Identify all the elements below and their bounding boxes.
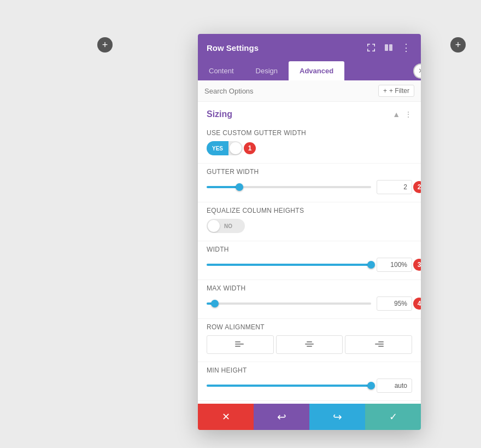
gutter-slider-thumb[interactable] (236, 183, 243, 191)
width-slider-fill (207, 264, 371, 266)
redo-icon: ↪ (333, 410, 342, 423)
svg-rect-18 (378, 346, 384, 347)
badge-1: 1 (244, 142, 256, 154)
save-icon: ✓ (389, 411, 397, 423)
svg-rect-3 (374, 44, 376, 46)
max-width-slider-thumb[interactable] (211, 300, 219, 307)
alignment-buttons (207, 335, 412, 354)
badge-2: 2 (413, 181, 421, 193)
filter-icon: + (383, 87, 387, 95)
label-equalize-heights: Equalize Column Heights (207, 207, 412, 214)
panel-title: Row Settings (207, 43, 259, 53)
toggle-no-label: NO (221, 219, 236, 233)
setting-gutter-width: Gutter Width 2 (198, 164, 421, 202)
max-width-slider-row: 4 (207, 296, 412, 311)
tab-design[interactable]: Design (245, 61, 289, 80)
tabs-wrapper: Content Design Advanced ✕ (198, 61, 421, 80)
align-left-button[interactable] (207, 335, 274, 354)
section-actions: ▲ ⋮ (392, 110, 412, 119)
header-icons: ⋮ (365, 42, 412, 54)
more-options-icon[interactable]: ⋮ (400, 42, 412, 54)
min-height-slider-row (207, 379, 412, 393)
badge-4: 4 (413, 298, 421, 310)
svg-rect-8 (385, 44, 388, 51)
svg-rect-17 (375, 344, 384, 345)
width-slider-row: 3 (207, 258, 412, 272)
svg-rect-16 (378, 341, 384, 342)
svg-rect-11 (235, 344, 244, 345)
settings-content: Sizing ▲ ⋮ Use Custom Gutter Width YES 1 (198, 102, 421, 430)
setting-max-width: Max Width 4 (198, 280, 421, 319)
min-height-slider-fill (207, 385, 371, 387)
min-height-slider-thumb[interactable] (367, 382, 375, 389)
redo-button[interactable]: ↪ (309, 404, 365, 430)
setting-custom-gutter: Use Custom Gutter Width YES 1 (198, 125, 421, 164)
filter-button[interactable]: + + Filter (378, 85, 414, 97)
cancel-button[interactable]: ✕ (198, 404, 254, 430)
width-slider-thumb[interactable] (367, 261, 375, 269)
tabs: Content Design Advanced (198, 61, 421, 80)
collapse-icon[interactable]: ▲ (392, 110, 400, 119)
canvas-background: + + Row Settings (0, 0, 481, 448)
search-input[interactable] (204, 87, 378, 95)
svg-rect-7 (374, 49, 376, 51)
tab-content[interactable]: Content (198, 61, 245, 80)
svg-rect-15 (307, 346, 312, 347)
max-width-slider-track[interactable] (207, 302, 371, 305)
save-button[interactable]: ✓ (365, 404, 421, 430)
panel-header: Row Settings (198, 34, 421, 61)
svg-rect-12 (235, 346, 241, 347)
svg-rect-14 (305, 344, 314, 345)
toggle-equalize[interactable]: NO (207, 219, 245, 233)
row-settings-panel: Row Settings (198, 34, 421, 430)
svg-rect-5 (367, 49, 368, 51)
gutter-slider-fill (207, 186, 239, 188)
svg-rect-13 (307, 341, 312, 342)
gutter-value-input[interactable] (377, 180, 412, 194)
svg-rect-10 (235, 341, 241, 342)
add-section-right[interactable]: + (450, 37, 466, 53)
tab-advanced[interactable]: Advanced (289, 61, 344, 80)
setting-equalize-heights: Equalize Column Heights NO (198, 202, 421, 241)
min-height-slider-track[interactable] (207, 385, 371, 387)
min-height-value-input[interactable] (377, 379, 412, 393)
section-more-icon[interactable]: ⋮ (404, 110, 412, 119)
svg-rect-1 (367, 44, 368, 46)
toggle-no-thumb (208, 220, 220, 232)
label-max-width: Max Width (207, 284, 412, 292)
search-bar: + + Filter (198, 80, 421, 102)
fullscreen-icon[interactable] (365, 42, 377, 54)
setting-min-height: Min Height (198, 362, 421, 401)
columns-icon[interactable] (383, 42, 395, 54)
gutter-slider-track[interactable] (207, 186, 371, 188)
toggle-yes-label: YES (207, 141, 228, 155)
section-title: Sizing (207, 109, 232, 119)
setting-width: Width 3 (198, 241, 421, 280)
toggle-thumb (230, 142, 242, 154)
badge-3: 3 (413, 259, 421, 271)
label-min-height: Min Height (207, 366, 412, 374)
label-custom-gutter: Use Custom Gutter Width (207, 129, 412, 137)
width-value-input[interactable] (377, 258, 412, 272)
label-width: Width (207, 246, 412, 253)
undo-icon: ↩ (277, 410, 286, 423)
cancel-icon: ✕ (222, 411, 230, 423)
label-row-alignment: Row Alignment (207, 323, 412, 331)
toggle-custom-gutter[interactable]: YES (207, 141, 243, 155)
align-right-button[interactable] (345, 335, 412, 354)
setting-row-alignment: Row Alignment (198, 319, 421, 362)
section-header: Sizing ▲ ⋮ (198, 102, 421, 125)
label-gutter-width: Gutter Width (207, 168, 412, 176)
undo-button[interactable]: ↩ (254, 404, 309, 430)
panel-footer: ✕ ↩ ↪ ✓ (198, 404, 421, 430)
align-center-button[interactable] (276, 335, 343, 354)
gutter-slider-row: 2 (207, 180, 412, 194)
svg-rect-9 (389, 44, 392, 51)
max-width-value-input[interactable] (377, 296, 412, 311)
width-slider-track[interactable] (207, 264, 371, 266)
add-section-left[interactable]: + (97, 37, 113, 53)
